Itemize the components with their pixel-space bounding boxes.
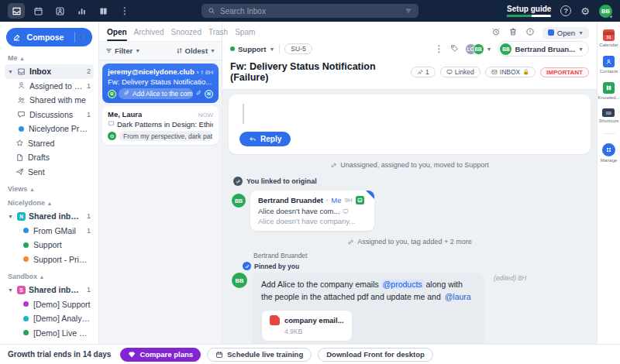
more-actions-icon[interactable]: ⋮ [435, 43, 444, 54]
unread-count: 1 [87, 227, 91, 235]
comment-bubble[interactable]: Add Alice to the company emails @product… [252, 273, 484, 344]
setup-guide[interactable]: Setup guide [507, 5, 551, 17]
compose-button[interactable]: Compose ▼ [6, 28, 92, 46]
sidebar-item-shared-inboxes-sandbox[interactable]: ▼ S Shared inboxes 1 [5, 283, 94, 297]
attachment-icon [195, 90, 202, 98]
channel-dot-icon [23, 228, 29, 233]
sidebar-item-support-priority[interactable]: Support - Priority [5, 252, 94, 267]
presence-dot [609, 15, 613, 19]
rail-item-knowledge[interactable]: Knowled... [598, 82, 619, 100]
section-header-sandbox[interactable]: Sandbox ▲ [8, 273, 91, 280]
team-badge: N [17, 212, 26, 221]
pin-icon [243, 262, 251, 270]
rail-item-calendar[interactable]: 31 Calendar [599, 29, 618, 47]
section-header-me[interactable]: Me ▲ [8, 54, 91, 62]
tag-icon[interactable] [450, 42, 459, 56]
attachment-card[interactable]: company email...4.9KB [261, 310, 353, 342]
conversation-list-item[interactable]: jeremy@nicelydone.club › ! 8H Fw: Delive… [102, 64, 219, 103]
original-message-card[interactable]: Reply [229, 94, 591, 154]
link-icon [330, 162, 337, 169]
assignee-dropdown[interactable]: BB Bertrand Bruan... ▼ [498, 41, 589, 57]
sidebar-item-assigned-to-me[interactable]: Assigned to me 1 [5, 79, 94, 94]
sidebar-item-demo-support[interactable]: [Demo] Support [5, 297, 94, 312]
sidebar-item-from-gmail[interactable]: From GMail 1 [5, 224, 94, 239]
channel-dot-icon [23, 256, 29, 262]
reply-button[interactable]: Reply [239, 132, 291, 146]
contacts-nav-icon[interactable] [51, 3, 68, 19]
gear-icon[interactable]: ⚙ [580, 6, 590, 16]
search-filter-icon[interactable] [405, 7, 412, 15]
ticket-id-chip[interactable]: SU-5 [284, 43, 312, 54]
conversation-title: Fw: Delivery Status Notification (Failur… [230, 61, 406, 83]
tab-open[interactable]: Open [107, 28, 127, 41]
analytics-nav-icon[interactable] [73, 3, 90, 19]
rail-item-manage[interactable]: Manage [601, 143, 618, 163]
sidebar-item-nicelydone-products[interactable]: Nicelydone Products [5, 122, 94, 136]
sidebar-item-starred[interactable]: Starred [5, 136, 94, 151]
calendar-icon [215, 351, 223, 359]
snooze-icon[interactable] [491, 26, 501, 39]
calendar-nav-icon[interactable] [29, 3, 46, 19]
inbox-dropdown[interactable]: Support ▼ [230, 45, 274, 53]
important-chip[interactable]: IMPORTANT [540, 67, 589, 77]
inbox-icon [17, 67, 26, 76]
event-linked: You linked to original [233, 177, 591, 186]
tab-archived[interactable]: Archived [134, 28, 164, 41]
person-icon [17, 81, 26, 90]
sort-dropdown[interactable]: Oldest ▼ [176, 46, 216, 55]
trash-icon[interactable] [508, 26, 518, 39]
screen-icon [446, 69, 453, 75]
section-header-views[interactable]: Views ▲ [8, 185, 91, 193]
search-input[interactable]: Search Inbox [202, 4, 418, 18]
lock-icon: 🔒 [522, 69, 529, 75]
status-dropdown[interactable]: Open ▼ [542, 27, 589, 39]
knowledge-nav-icon[interactable] [95, 3, 112, 19]
mention-laura[interactable]: @laura [443, 292, 473, 301]
sidebar-item-support[interactable]: Support [5, 238, 94, 252]
reply-message-card[interactable]: Bertrand Bruandet › Me 9H Alice doesn't … [250, 191, 374, 231]
participants-dropdown[interactable]: LO BB ▼ [465, 43, 492, 55]
mention-products[interactable]: @products [381, 280, 424, 289]
quoted-text-bar [243, 104, 244, 124]
unread-count: 1 [87, 286, 91, 294]
sidebar-item-demo-analytics[interactable]: [Demo] Analytics [5, 311, 94, 326]
sidebar-item-discussions[interactable]: Discussions 1 [5, 108, 94, 122]
help-icon[interactable]: ? [560, 5, 571, 16]
compare-plans-button[interactable]: Compare plans [120, 348, 201, 362]
left-sidebar: Compose ▼ Me ▲ ▼ Inbox 2 Assigned to me … [0, 22, 99, 344]
spam-icon[interactable] [525, 26, 535, 39]
linked-chip[interactable]: Linked [440, 67, 480, 77]
more-apps-icon[interactable]: ⋮ [116, 3, 133, 19]
chevron-down-icon[interactable]: ▼ [8, 69, 14, 74]
compose-icon [12, 33, 21, 42]
chevron-down-icon[interactable]: ▼ [8, 287, 14, 293]
user-avatar[interactable]: BB [599, 5, 612, 18]
attachment-name: company email... [284, 316, 344, 325]
rail-item-contacts[interactable]: Contacts [600, 56, 618, 74]
top-bar: ⋮ Search Inbox Setup guide ? ⚙ BB [0, 0, 620, 22]
sidebar-item-shared-inboxes-nicelydone[interactable]: ▼ N Shared inboxes 1 [5, 209, 94, 224]
compose-dropdown-icon[interactable]: ▼ [80, 34, 86, 41]
timestamp: 8H [205, 69, 213, 76]
conversation-list-item[interactable]: Me, Laura NOW Dark Patterns in Design: E… [102, 106, 219, 145]
sidebar-item-demo-live-chat[interactable]: [Demo] Live Chat [5, 326, 94, 341]
pin-count-chip[interactable]: 1 [411, 67, 436, 77]
schedule-training-button[interactable]: Schedule live training [207, 348, 312, 362]
filter-icon [105, 47, 112, 54]
sidebar-item-drafts[interactable]: Drafts [5, 150, 94, 165]
chevron-down-icon[interactable]: ▼ [8, 214, 14, 219]
rail-item-shortcuts[interactable]: ⌨ Shortcuts [599, 108, 618, 123]
inbox-chip[interactable]: INBOX🔒 [485, 67, 536, 77]
tab-snoozed[interactable]: Snoozed [170, 28, 201, 41]
inbox-nav-icon[interactable] [8, 3, 25, 19]
tab-spam[interactable]: Spam [235, 28, 255, 41]
section-header-nicelydone[interactable]: Nicelydone ▲ [8, 199, 91, 207]
tab-trash[interactable]: Trash [208, 28, 228, 41]
sidebar-item-sent[interactable]: Sent [5, 165, 94, 180]
filter-dropdown[interactable]: Filter ▼ [105, 46, 140, 55]
sidebar-item-shared-with-me[interactable]: Shared with me [5, 93, 94, 108]
unread-count: 2 [87, 67, 91, 75]
sender-avatar: BB [232, 194, 246, 208]
sidebar-item-inbox[interactable]: ▼ Inbox 2 [5, 64, 94, 79]
download-desktop-button[interactable]: Download Front for desktop [318, 348, 433, 362]
